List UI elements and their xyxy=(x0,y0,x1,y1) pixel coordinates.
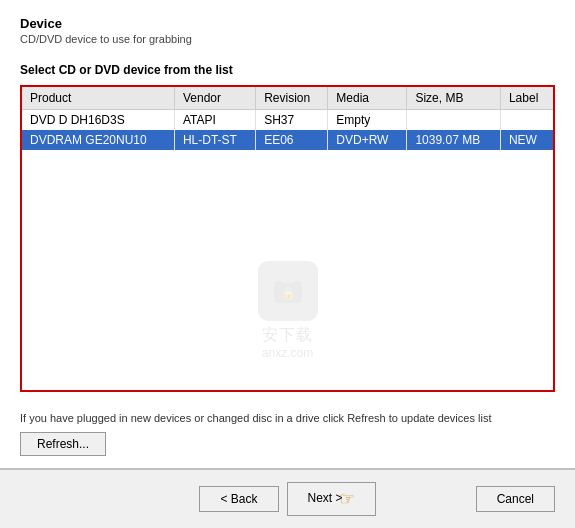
watermark-icon: 🔒 xyxy=(258,261,318,321)
table-body: DVD D DH16D3SATAPISH37EmptyDVDRAM GE20NU… xyxy=(22,110,553,151)
header-section: Device CD/DVD device to use for grabbing xyxy=(0,0,575,53)
table-cell xyxy=(407,110,501,131)
table-cell: SH37 xyxy=(256,110,328,131)
content-section: Select CD or DVD device from the list Pr… xyxy=(0,53,575,402)
col-revision: Revision xyxy=(256,87,328,110)
svg-rect-0 xyxy=(274,281,302,303)
col-product: Product xyxy=(22,87,174,110)
footer: < Back Next >☞ Cancel xyxy=(0,469,575,528)
device-table: Product Vendor Revision Media Size, MB L… xyxy=(22,87,553,150)
table-cell: NEW xyxy=(500,130,553,150)
table-header: Product Vendor Revision Media Size, MB L… xyxy=(22,87,553,110)
refresh-button[interactable]: Refresh... xyxy=(20,432,106,456)
cursor-icon: ☞ xyxy=(339,488,355,510)
table-cell: HL-DT-ST xyxy=(174,130,255,150)
table-row[interactable]: DVDRAM GE20NU10HL-DT-STEE06DVD+RW1039.07… xyxy=(22,130,553,150)
refresh-section: Refresh... xyxy=(0,432,575,468)
back-button[interactable]: < Back xyxy=(199,486,278,512)
info-text: If you have plugged in new devices or ch… xyxy=(20,412,555,424)
header-title: Device xyxy=(20,16,555,31)
table-cell: Empty xyxy=(328,110,407,131)
dialog: Device CD/DVD device to use for grabbing… xyxy=(0,0,575,528)
watermark-text: 安下载 xyxy=(262,325,313,346)
col-label: Label xyxy=(500,87,553,110)
table-row[interactable]: DVD D DH16D3SATAPISH37Empty xyxy=(22,110,553,131)
device-table-container: Product Vendor Revision Media Size, MB L… xyxy=(20,85,555,392)
table-cell: ATAPI xyxy=(174,110,255,131)
watermark: 🔒 安下载 anxz.com xyxy=(258,261,318,360)
svg-rect-1 xyxy=(282,275,294,283)
select-label: Select CD or DVD device from the list xyxy=(20,63,555,77)
table-cell: DVD+RW xyxy=(328,130,407,150)
svg-text:🔒: 🔒 xyxy=(280,285,295,300)
col-media: Media xyxy=(328,87,407,110)
header-subtitle: CD/DVD device to use for grabbing xyxy=(20,33,555,45)
table-cell: DVDRAM GE20NU10 xyxy=(22,130,174,150)
table-cell: EE06 xyxy=(256,130,328,150)
footer-right: Cancel xyxy=(476,486,555,512)
table-cell: 1039.07 MB xyxy=(407,130,501,150)
next-button[interactable]: Next >☞ xyxy=(287,482,376,516)
watermark-subtext: anxz.com xyxy=(262,346,313,360)
table-cell: DVD D DH16D3S xyxy=(22,110,174,131)
table-cell xyxy=(500,110,553,131)
col-vendor: Vendor xyxy=(174,87,255,110)
cancel-button[interactable]: Cancel xyxy=(476,486,555,512)
col-size: Size, MB xyxy=(407,87,501,110)
